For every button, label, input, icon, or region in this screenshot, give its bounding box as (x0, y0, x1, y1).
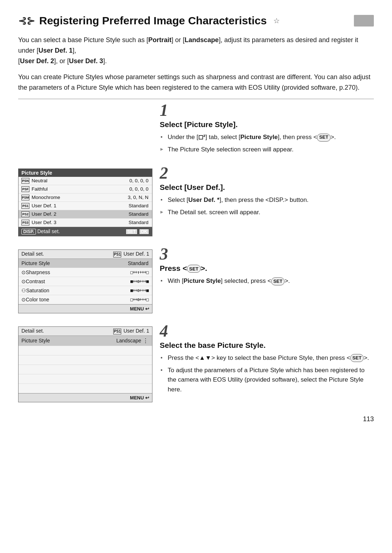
step-4-bullet-2: To adjust the parameters of a Picture St… (160, 366, 374, 394)
detail-contrast-label: ⊙Contrast (21, 278, 45, 284)
step-2-left: Picture Style PSNNeutral 0, 0, 0, 0 PSFF… (18, 165, 152, 239)
detail2-empty-2 (19, 355, 152, 365)
set-key: SET (317, 134, 330, 142)
detail-screen2-header: Detail set. PS1 User Def. 1 (19, 327, 152, 336)
step-2-row: Picture Style PSNNeutral 0, 0, 0, 0 PSFF… (18, 165, 374, 239)
page-title: Registering Preferred Image Characterist… (39, 15, 267, 27)
detail-color-slider: □++⊙+++□ (130, 297, 148, 302)
detail-contrast-slider: ■++⊙+++■ (130, 279, 148, 284)
screen1-row-faithful: PSFFaithful 0, 0, 0, 0 (19, 185, 152, 194)
steps-container: 1 Select [Picture Style]. Under the [◻︎²… (18, 102, 374, 404)
detail-screen2-value: PS1 User Def. 1 (113, 328, 149, 334)
detail-style-value: Standard (128, 260, 148, 266)
step-4-bullets: Press the <▲▼> key to select the base Pi… (160, 353, 374, 394)
step-3-left: Detail set. PS1 User Def. 1 Picture Styl… (18, 246, 152, 316)
screen1-row-ud1: PS1User Def. 1 Standard (19, 202, 152, 210)
detail-color-label: ⊙Color tone (21, 297, 49, 302)
step-2-bullets: Select [User Def. *], then press the <DI… (160, 195, 374, 217)
step-2-right: 2 Select [User Def.]. Select [User Def. … (152, 165, 374, 239)
page-header: ⊰⊱ Registering Preferred Image Character… (18, 15, 374, 27)
detail2-empty-5 (19, 384, 152, 393)
detail-row-color: ⊙Color tone □++⊙+++□ (19, 295, 152, 304)
step-1-right: 1 Select [Picture Style]. Under the [◻︎²… (152, 102, 374, 158)
step-2-title: Select [User Def.]. (160, 183, 374, 192)
detail-screen2-label: Detail set. (21, 328, 44, 334)
picture-style-screen: Picture Style PSNNeutral 0, 0, 0, 0 PSFF… (18, 168, 152, 236)
set-ok-btn: SET OK (126, 228, 149, 235)
step-3-row: Detail set. PS1 User Def. 1 Picture Styl… (18, 246, 374, 316)
detail-screen2-footer: MENU ↩ (19, 393, 152, 402)
screen1-row-ud2: PS2User Def. 2 Standard (19, 210, 152, 219)
set-key-3: SET (187, 265, 200, 273)
star-icon: ☆ (273, 16, 280, 25)
step-2-number: 2 (160, 165, 374, 182)
page-number: 113 (18, 415, 374, 423)
step-4-title: Select the base Picture Style. (160, 341, 374, 350)
step-3-bullets: With [Picture Style] selected, press <SE… (160, 276, 374, 286)
screen1-row-ud3: PS3User Def. 3 Standard (19, 219, 152, 227)
detail-screen1-label: Detail set. (21, 251, 44, 257)
set-key-4: SET (350, 354, 364, 362)
detail-screen1-header: Detail set. PS1 User Def. 1 (19, 250, 152, 259)
detail-row-style: Picture Style Standard (19, 259, 152, 268)
header-icon: ⊰⊱ (18, 15, 35, 27)
detail-saturation-label: ⚇Saturation (21, 288, 49, 293)
detail2-empty-1 (19, 346, 152, 355)
step-3-title: Press <SET>. (160, 264, 374, 273)
detail-sharpness-label: ⊙Sharpness (21, 269, 50, 275)
step-3-right: 3 Press <SET>. With [Picture Style] sele… (152, 246, 374, 316)
step-4-left: Detail set. PS1 User Def. 1 Picture Styl… (18, 323, 152, 404)
detail2-row-style: Picture Style Landscape ⋮ (19, 336, 152, 346)
step-1-number: 1 (160, 102, 374, 119)
detail-row-sharpness: ⊙Sharpness □++↑+++□ (19, 268, 152, 277)
detail-screen1-footer: MENU ↩ (19, 304, 152, 313)
detail-saturation-slider: ■++⊙+++■ (130, 288, 148, 293)
detail-row-contrast: ⊙Contrast ■++⊙+++■ (19, 277, 152, 286)
detail-set-screen-2: Detail set. PS1 User Def. 1 Picture Styl… (18, 326, 152, 402)
detail-set-screen-1: Detail set. PS1 User Def. 1 Picture Styl… (18, 249, 152, 313)
step-1-left (18, 102, 152, 158)
screen1-title: Picture Style (19, 169, 152, 177)
step-3-bullet-1: With [Picture Style] selected, press <SE… (160, 276, 374, 286)
screen1-footer: DISP. Detail set. SET OK (19, 227, 152, 236)
step-4-row: Detail set. PS1 User Def. 1 Picture Styl… (18, 323, 374, 404)
screen1-row-neutral: PSNNeutral 0, 0, 0, 0 (19, 177, 152, 185)
step-3-number: 3 (160, 246, 374, 263)
detail-row-saturation: ⚇Saturation ■++⊙+++■ (19, 286, 152, 295)
step-4-bullet-1: Press the <▲▼> key to select the base Pi… (160, 353, 374, 363)
step-2-bullet-2: The Detail set. screen will appear. (160, 208, 374, 217)
step-1-title: Select [Picture Style]. (160, 120, 374, 129)
detail2-style-label: Picture Style (21, 338, 50, 343)
screen1-row-mono: PSMMonochrome 3, 0, N, N (19, 194, 152, 202)
step-4-number: 4 (160, 323, 374, 339)
step-1-row: 1 Select [Picture Style]. Under the [◻︎²… (18, 102, 374, 158)
detail-sharpness-slider: □++↑+++□ (130, 270, 148, 275)
detail-screen1-value: PS1 User Def. 1 (113, 251, 149, 257)
step-1-bullets: Under the [◻︎²] tab, select [Picture Sty… (160, 133, 374, 155)
scrollbar (150, 228, 152, 233)
step-2-bullet-1: Select [User Def. *], then press the <DI… (160, 195, 374, 205)
set-key-3b: SET (271, 277, 285, 285)
intro-paragraph-2: You can create Picture Styles whose para… (18, 72, 374, 93)
detail2-empty-4 (19, 374, 152, 384)
detail-style-label: Picture Style (21, 260, 50, 266)
detail2-style-value: Landscape ⋮ (116, 337, 148, 344)
step-1-bullet-2: The Picture Style selection screen will … (160, 145, 374, 154)
step-4-right: 4 Select the base Picture Style. Press t… (152, 323, 374, 404)
intro-paragraph-1: You can select a base Picture Style such… (18, 35, 374, 66)
section-divider (18, 99, 374, 99)
disp-detail-set-btn: DISP. Detail set. (21, 228, 60, 235)
detail2-empty-3 (19, 365, 152, 374)
step-1-bullet-1: Under the [◻︎²] tab, select [Picture Sty… (160, 133, 374, 142)
header-decoration (354, 15, 374, 27)
